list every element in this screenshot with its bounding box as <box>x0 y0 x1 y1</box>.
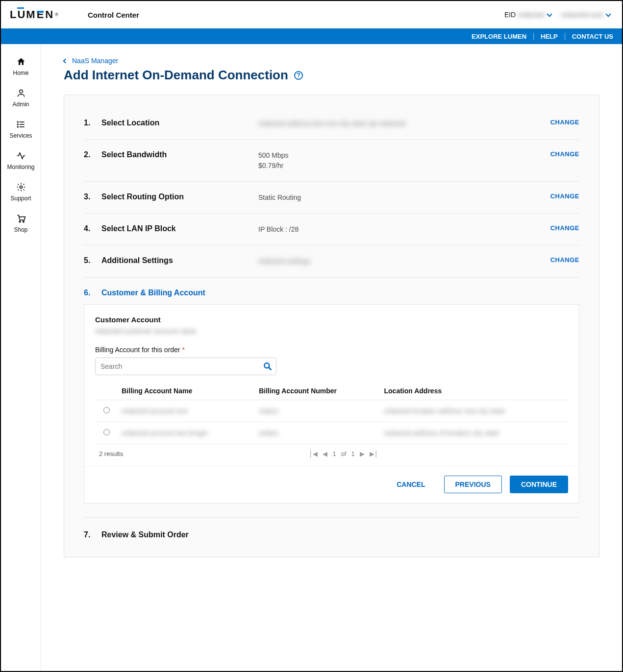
eid-menu[interactable]: EID redacted <box>504 11 554 19</box>
search-icon <box>263 361 273 371</box>
step-row-bandwidth: 2. Select Bandwidth 500 Mbps $0.79/hr CH… <box>84 140 579 182</box>
step-title: Select Location <box>101 119 258 127</box>
pager-prev-icon[interactable]: ◀ <box>323 450 327 457</box>
billing-account-field-label: Billing Account for this order * <box>95 346 568 354</box>
sidebar-item-admin[interactable]: Admin <box>1 82 41 114</box>
pager-controls: │◀ ◀ 1 of 1 ▶ ▶│ <box>309 450 378 457</box>
cell-account-address: redacted location address one city state <box>384 407 505 415</box>
step-number: 4. <box>84 224 101 233</box>
table-row[interactable]: redacted account one redact redacted loc… <box>95 400 568 422</box>
help-icon[interactable]: ? <box>294 71 303 80</box>
billing-account-radio[interactable] <box>103 407 110 413</box>
change-button[interactable]: CHANGE <box>550 224 579 232</box>
breadcrumb-back[interactable]: NaaS Manager <box>64 57 599 65</box>
chevron-left-icon <box>63 58 68 63</box>
sidebar-item-services[interactable]: Services <box>1 114 41 145</box>
pager-of-label: of <box>341 450 347 457</box>
bandwidth-speed: 500 Mbps <box>258 150 550 160</box>
billing-account-radio[interactable] <box>103 429 110 435</box>
sidebar: Home Admin Services Monitoring Support <box>1 44 41 671</box>
pager-row: 2 results │◀ ◀ 1 of 1 ▶ ▶│ <box>95 444 568 466</box>
brand-logo[interactable]: LUMEN® <box>10 8 59 21</box>
sidebar-item-label: Home <box>13 70 28 76</box>
activity-icon <box>16 151 26 161</box>
step-number: 6. <box>84 288 101 297</box>
table-header-name: Billing Account Name <box>118 382 255 400</box>
step-value: 500 Mbps $0.79/hr <box>258 150 550 170</box>
step-number: 3. <box>84 192 101 201</box>
svg-point-9 <box>23 221 24 222</box>
svg-rect-6 <box>19 126 24 127</box>
cell-account-number: redact <box>259 407 278 415</box>
gear-icon <box>16 182 26 192</box>
continue-button[interactable]: CONTINUE <box>510 476 568 493</box>
pager-first-icon[interactable]: │◀ <box>309 450 318 457</box>
step-row-review: 7. Review & Submit Order <box>84 518 579 539</box>
step-row-additional: 5. Additional Settings redacted settings… <box>84 245 579 277</box>
change-button[interactable]: CHANGE <box>550 150 579 158</box>
svg-line-11 <box>269 367 272 370</box>
list-icon <box>16 120 26 129</box>
wizard-panel: 1. Select Location redacted address line… <box>64 95 599 557</box>
app-header: LUMEN® Control Center EID redacted redac… <box>1 1 622 28</box>
main-content: NaaS Manager Add Internet On-Demand Conn… <box>41 44 622 671</box>
sidebar-item-support[interactable]: Support <box>1 176 41 208</box>
sidebar-item-home[interactable]: Home <box>1 51 41 82</box>
user-menu[interactable]: redacted-user <box>561 11 613 19</box>
contact-link[interactable]: CONTACT US <box>565 33 613 40</box>
pager-next-icon[interactable]: ▶ <box>360 450 365 457</box>
svg-rect-4 <box>19 124 24 125</box>
sidebar-item-label: Services <box>9 132 32 139</box>
step-title: Customer & Billing Account <box>101 288 205 297</box>
step-title: Select LAN IP Block <box>101 224 258 233</box>
step-number: 5. <box>84 256 101 265</box>
svg-point-10 <box>264 363 269 368</box>
sidebar-item-label: Shop <box>14 226 27 233</box>
pager-total: 1 <box>351 450 354 457</box>
step-row-billing-active: 6. Customer & Billing Account <box>84 278 579 302</box>
step-value: IP Block : /28 <box>258 224 550 234</box>
bandwidth-price: $0.79/hr <box>258 161 550 170</box>
sidebar-item-label: Support <box>10 195 31 202</box>
change-button[interactable]: CHANGE <box>550 256 579 264</box>
eid-label: EID <box>504 11 516 19</box>
explore-link[interactable]: EXPLORE LUMEN <box>465 33 534 40</box>
svg-point-7 <box>20 186 22 189</box>
customer-account-heading: Customer Account <box>95 315 568 324</box>
billing-search-input[interactable] <box>95 358 276 375</box>
svg-point-8 <box>19 221 21 222</box>
customer-account-value: redacted customer account value <box>95 327 196 335</box>
svg-rect-2 <box>19 121 24 122</box>
step-title: Additional Settings <box>101 256 258 265</box>
step-title: Review & Submit Order <box>101 530 258 539</box>
step-number: 7. <box>84 530 101 539</box>
help-link[interactable]: HELP <box>534 33 565 40</box>
svg-point-1 <box>17 121 18 122</box>
page-title: Add Internet On-Demand Connection ? <box>64 68 599 83</box>
breadcrumb-label: NaaS Manager <box>72 57 118 65</box>
previous-button[interactable]: PREVIOUS <box>444 476 502 493</box>
step-row-routing: 3. Select Routing Option Static Routing … <box>84 182 579 214</box>
change-button[interactable]: CHANGE <box>550 192 579 200</box>
required-asterisk: * <box>182 346 184 354</box>
top-nav-strip: EXPLORE LUMEN HELP CONTACT US <box>1 28 622 44</box>
sidebar-item-shop[interactable]: Shop <box>1 208 41 239</box>
pager-last-icon[interactable]: ▶│ <box>370 450 378 457</box>
app-title: Control Center <box>88 11 139 19</box>
cell-account-number: redact <box>259 429 278 437</box>
cart-icon <box>16 214 26 223</box>
cell-account-address: redacted address of location city state <box>384 429 499 437</box>
billing-label-text: Billing Account for this order <box>95 346 180 354</box>
step-number: 1. <box>84 119 101 127</box>
change-button[interactable]: CHANGE <box>550 119 579 126</box>
table-row[interactable]: redacted account two longer redact redac… <box>95 422 568 444</box>
cell-account-name: redacted account one <box>122 407 188 415</box>
table-header-select <box>95 382 118 400</box>
step-actions: CANCEL PREVIOUS CONTINUE <box>84 466 579 503</box>
sidebar-item-monitoring[interactable]: Monitoring <box>1 145 41 176</box>
cancel-button[interactable]: CANCEL <box>386 476 436 493</box>
svg-point-3 <box>17 123 18 125</box>
table-header-address: Location Address <box>380 382 569 400</box>
search-button[interactable] <box>262 360 274 372</box>
step-title: Select Routing Option <box>101 192 258 201</box>
